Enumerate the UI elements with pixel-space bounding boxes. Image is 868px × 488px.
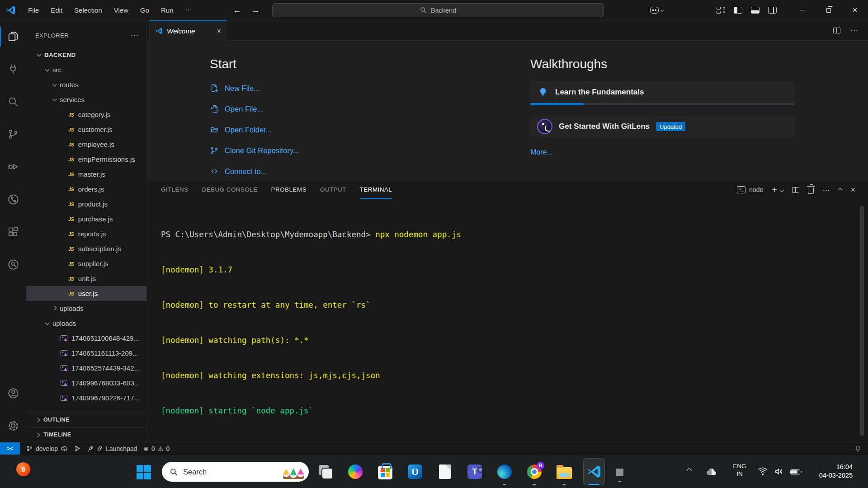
section-timeline[interactable]: TIMELINE bbox=[26, 427, 146, 442]
background-app[interactable] bbox=[616, 469, 623, 476]
activitybar-accounts[interactable] bbox=[0, 377, 26, 409]
tree-image-file[interactable]: 1740651100648-429... bbox=[26, 331, 146, 346]
new-file-link[interactable]: New File... bbox=[210, 78, 299, 99]
toggle-primary-sidebar-icon[interactable] bbox=[734, 7, 742, 14]
tree-file[interactable]: JSorders.js bbox=[26, 182, 146, 197]
close-button[interactable]: × bbox=[842, 0, 868, 20]
onedrive-cloud-icon[interactable] bbox=[705, 467, 717, 476]
restore-button[interactable] bbox=[816, 0, 842, 20]
tree-folder-uploads-collapsed[interactable]: uploads bbox=[26, 301, 146, 316]
notifications-bell-icon[interactable] bbox=[854, 445, 862, 452]
tree-file[interactable]: JSemployee.js bbox=[26, 137, 146, 152]
taskbar-search[interactable]: Search bbox=[162, 462, 309, 482]
tree-file[interactable]: JSreports.js bbox=[26, 226, 146, 241]
panel-scrollbar[interactable] bbox=[860, 206, 864, 436]
notification-badge[interactable]: 8 bbox=[16, 462, 30, 476]
activitybar-explorer[interactable] bbox=[0, 20, 26, 53]
walkthrough-fundamentals-card[interactable]: Learn the Fundamentals bbox=[530, 81, 795, 103]
wifi-icon[interactable] bbox=[758, 467, 768, 475]
tree-image-file[interactable]: 1740652574439-342... bbox=[26, 361, 146, 375]
toggle-secondary-sidebar-icon[interactable] bbox=[768, 7, 777, 14]
commit-graph-item[interactable] bbox=[74, 445, 81, 452]
microsoft-store-app[interactable] bbox=[370, 455, 400, 488]
tree-file[interactable]: JScategory.js bbox=[26, 107, 146, 122]
kill-terminal-icon[interactable] bbox=[808, 188, 814, 194]
activitybar-search[interactable] bbox=[0, 85, 26, 118]
volume-icon[interactable] bbox=[774, 467, 783, 476]
panel-tab-terminal[interactable]: TERMINAL bbox=[360, 181, 392, 199]
remote-indicator[interactable]: >< bbox=[0, 442, 20, 455]
panel-tab-problems[interactable]: PROBLEMS bbox=[271, 181, 307, 199]
vscode-app-active[interactable] bbox=[579, 455, 609, 488]
tree-file[interactable]: JScustomer.js bbox=[26, 122, 146, 137]
branch-item[interactable]: develop bbox=[26, 445, 68, 452]
edge-app[interactable] bbox=[490, 455, 519, 488]
panel-tab-gitlens[interactable]: GITLENS bbox=[161, 181, 189, 199]
panel-tab-debug-console[interactable]: DEBUG CONSOLE bbox=[202, 181, 258, 199]
activitybar-settings[interactable] bbox=[0, 409, 26, 442]
tray-overflow-chevron-icon[interactable] bbox=[686, 468, 692, 474]
tab-close-icon[interactable]: × bbox=[217, 27, 221, 35]
split-editor-icon[interactable] bbox=[833, 28, 840, 33]
clock[interactable]: 16:04 04-03-2025 bbox=[808, 463, 853, 480]
activitybar-thunder-client[interactable] bbox=[0, 53, 26, 85]
tree-file[interactable]: JSmaster.js bbox=[26, 167, 146, 182]
tree-file[interactable]: JSproduct.js bbox=[26, 197, 146, 211]
connect-to-link[interactable]: Connect to... bbox=[210, 161, 299, 181]
shell-label[interactable]: node bbox=[749, 186, 763, 193]
maximize-panel-icon[interactable] bbox=[838, 188, 843, 192]
tree-image-file[interactable]: 1740996768033-603... bbox=[26, 375, 146, 390]
tree-folder-services[interactable]: services bbox=[26, 92, 146, 107]
open-file-link[interactable]: Open File... bbox=[210, 99, 299, 119]
task-view-button[interactable] bbox=[311, 455, 340, 488]
menu-run[interactable]: Run bbox=[155, 6, 179, 14]
tree-file[interactable]: JSsupplier.js bbox=[26, 256, 146, 271]
notepad-app[interactable] bbox=[430, 455, 460, 488]
tree-root-backend[interactable]: BACKEND bbox=[26, 47, 146, 62]
terminal-dropdown-icon[interactable] bbox=[780, 188, 784, 192]
start-button[interactable] bbox=[134, 462, 154, 482]
toggle-panel-icon[interactable] bbox=[751, 7, 760, 14]
open-folder-link[interactable]: Open Folder... bbox=[210, 119, 299, 140]
section-outline[interactable]: OUTLINE bbox=[26, 412, 146, 427]
battery-icon[interactable] bbox=[790, 469, 800, 474]
activitybar-run-debug[interactable] bbox=[0, 150, 26, 183]
menu-edit[interactable]: Edit bbox=[45, 6, 68, 14]
command-center-search[interactable]: Backend bbox=[272, 3, 604, 17]
clone-repo-link[interactable]: Clone Git Repository... bbox=[210, 140, 299, 161]
launchpad-item[interactable]: Launchpad bbox=[87, 445, 137, 452]
tree-folder-routes[interactable]: routes bbox=[26, 77, 146, 92]
activitybar-source-control[interactable] bbox=[0, 118, 26, 150]
menu-go[interactable]: Go bbox=[134, 6, 155, 14]
split-terminal-icon[interactable] bbox=[792, 187, 799, 193]
close-panel-icon[interactable]: × bbox=[850, 185, 855, 195]
activitybar-extensions[interactable] bbox=[0, 216, 26, 248]
walkthrough-gitlens-card[interactable]: Get Started With GitLens Updated bbox=[530, 116, 795, 137]
menu-file[interactable]: File bbox=[22, 6, 45, 14]
customize-layout-icon[interactable] bbox=[717, 7, 725, 14]
walkthroughs-more-link[interactable]: More... bbox=[530, 148, 795, 156]
activitybar-gitlens[interactable] bbox=[0, 183, 26, 216]
minimize-button[interactable] bbox=[789, 0, 816, 20]
explorer-actions-icon[interactable]: ··· bbox=[131, 31, 139, 39]
activitybar-gitlens-inspect[interactable] bbox=[0, 248, 26, 281]
file-explorer-app[interactable] bbox=[549, 455, 579, 488]
tree-file-selected[interactable]: JSuser.js bbox=[26, 286, 146, 301]
tree-image-file[interactable]: 1740651161113-209... bbox=[26, 346, 146, 361]
tree-folder-src[interactable]: src bbox=[26, 62, 146, 77]
copilot-app[interactable] bbox=[340, 455, 370, 488]
tab-welcome[interactable]: Welcome × bbox=[149, 20, 227, 41]
tree-folder-uploads[interactable]: uploads bbox=[26, 316, 146, 331]
panel-tab-output[interactable]: OUTPUT bbox=[320, 181, 346, 199]
editor-more-actions-icon[interactable]: ⋯ bbox=[850, 26, 858, 35]
menu-more[interactable]: ⋯ bbox=[179, 6, 198, 14]
back-arrow-icon[interactable]: ← bbox=[233, 5, 241, 15]
chrome-app[interactable]: R bbox=[519, 455, 549, 488]
new-terminal-icon[interactable]: + bbox=[772, 184, 777, 195]
menu-selection[interactable]: Selection bbox=[68, 6, 108, 14]
tree-image-file[interactable]: 1740996790226-717... bbox=[26, 390, 146, 405]
menu-view[interactable]: View bbox=[108, 6, 134, 14]
outlook-app[interactable]: O bbox=[400, 455, 430, 488]
copilot-button[interactable] bbox=[650, 7, 663, 14]
forward-arrow-icon[interactable]: → bbox=[251, 5, 260, 15]
